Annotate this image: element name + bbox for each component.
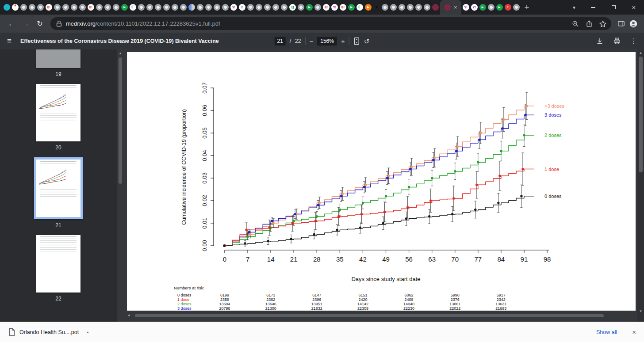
pinned-tab[interactable]: ▶ [364,1,372,13]
page-number-input[interactable]: 21 [275,37,286,46]
pinned-tab[interactable] [272,1,280,13]
pinned-tab[interactable] [314,1,322,13]
share-button[interactable] [583,18,595,30]
pinned-tab[interactable] [246,1,255,13]
pinned-tab[interactable] [398,1,406,13]
file-caret-up-icon[interactable]: ▲ [86,331,89,334]
scroll-down-icon[interactable]: ▼ [637,309,644,313]
tab-search-chevron-icon[interactable]: ▾ [565,4,583,11]
sidebar-scrollbar-thumb[interactable] [119,57,122,184]
pinned-tab[interactable]: ≡ [372,1,381,13]
pinned-tab[interactable] [154,1,162,13]
pdf-menu-icon[interactable]: ≡ [7,37,12,46]
pinned-tab[interactable] [487,1,495,13]
profile-avatar[interactable] [627,18,640,30]
pinned-tab[interactable]: B! [339,1,347,13]
pinned-tab[interactable] [423,1,431,13]
forward-button[interactable]: → [19,17,33,31]
back-button[interactable]: ← [4,17,19,31]
pinned-tab[interactable] [255,1,263,13]
horizontal-scrollbar-thumb[interactable] [135,314,604,317]
pinned-tab[interactable] [19,1,28,13]
zoom-page-button[interactable] [569,18,582,30]
vertical-scrollbar-thumb[interactable] [639,57,643,172]
pinned-tab[interactable] [53,1,61,13]
pinned-tab[interactable] [414,1,423,13]
pinned-tab[interactable] [213,1,221,13]
pinned-tab[interactable] [112,1,120,13]
pinned-tab[interactable] [179,1,188,13]
pinned-tab[interactable] [196,1,204,13]
new-tab-button[interactable]: + [525,3,529,11]
pinned-tab[interactable] [61,1,70,13]
print-button[interactable] [613,37,621,45]
rotate-button[interactable]: ↺ [364,38,370,45]
pinned-tab[interactable]: g [288,1,297,13]
pinned-tab[interactable] [104,1,112,13]
thumbnail-page-19[interactable]: 19 [36,49,80,84]
pinned-tab[interactable] [431,1,440,13]
bookmark-button[interactable] [597,18,609,30]
pinned-tab[interactable]: ▶ [347,1,356,13]
pinned-tab[interactable] [162,1,171,13]
pinned-tab[interactable] [137,1,146,13]
maximize-button[interactable] [603,0,624,15]
download-button[interactable] [596,37,604,45]
pinned-tab[interactable] [36,1,45,13]
pinned-tab[interactable]: Y! [470,1,479,13]
window-close-button[interactable]: × [624,0,644,15]
downloaded-file-chip[interactable]: Orlando Health Su....pot ▲ [8,328,89,336]
pinned-tab[interactable] [3,1,11,13]
pinned-tab[interactable]: ▶ [120,1,129,13]
minimize-button[interactable] [583,0,603,15]
thumbnail-page-20[interactable]: 20 [36,84,80,157]
pinned-tab[interactable] [28,1,36,13]
pinned-tab[interactable] [406,1,414,13]
pinned-tab[interactable]: ▶ [479,1,487,13]
fit-page-button[interactable] [353,37,360,45]
zoom-out-button[interactable]: − [309,38,313,45]
pinned-tab[interactable] [204,1,213,13]
downloads-bar-close-icon[interactable]: × [632,328,636,336]
scroll-left-icon[interactable]: ◄ [127,313,130,318]
pinned-tab[interactable] [389,1,398,13]
pinned-tab[interactable]: ▶ [305,1,314,13]
omnibox[interactable]: medrxiv.org/content/10.1101/2022.12.17.2… [50,17,611,30]
pinned-tab[interactable] [70,1,78,13]
pinned-tab[interactable]: B! [45,1,53,13]
pinned-tab[interactable] [188,1,196,13]
pinned-tab[interactable]: Y! [230,1,238,13]
pinned-tab[interactable] [381,1,389,13]
pinned-tab[interactable] [78,1,87,13]
pinned-tab[interactable] [512,1,521,13]
pinned-tab[interactable]: B! [87,1,95,13]
pinned-tab[interactable]: * [11,1,19,13]
pinned-tab[interactable] [171,1,179,13]
pinned-tab[interactable]: ▶ [495,1,504,13]
zoom-in-button[interactable]: + [341,38,345,45]
pinned-tab[interactable]: Y! [462,1,470,13]
pinned-tab[interactable]: B! [322,1,330,13]
pinned-tab[interactable]: ☾ [356,1,364,13]
scroll-up-icon[interactable]: ▲ [637,51,644,55]
pinned-tab[interactable]: + [504,1,512,13]
pinned-tab[interactable] [263,1,272,13]
scroll-up-icon[interactable]: ▲ [118,51,123,56]
thumbnail-page-21[interactable]: 21 [34,157,83,235]
side-panel-button[interactable] [615,18,627,30]
pinned-tab[interactable] [221,1,230,13]
pinned-tab[interactable] [297,1,305,13]
pinned-tab[interactable] [146,1,154,13]
pinned-tab[interactable]: Y! [330,1,339,13]
active-tab[interactable]: × [440,0,461,15]
pinned-tab[interactable]: ll. [238,1,246,13]
reload-button[interactable]: ↻ [33,17,47,31]
pinned-tab[interactable] [95,1,104,13]
pinned-tab[interactable] [280,1,288,13]
show-all-button[interactable]: Show all [596,329,617,335]
tab-close-icon[interactable]: × [454,4,457,10]
disc-favicon-icon [390,4,397,11]
more-options-button[interactable]: ⋮ [630,37,637,45]
pinned-tab[interactable]: ☾ [129,1,137,13]
thumbnail-page-22[interactable]: 22 [36,235,80,308]
